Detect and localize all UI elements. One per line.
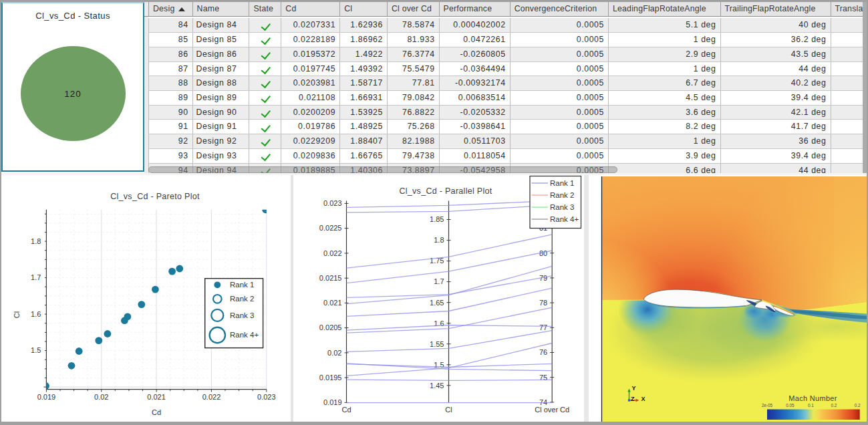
svg-text:77: 77	[539, 323, 547, 331]
svg-text:76: 76	[539, 348, 547, 356]
svg-text:2e-05: 2e-05	[762, 403, 773, 408]
svg-text:Cl: Cl	[445, 406, 452, 414]
svg-text:0.0225: 0.0225	[319, 224, 342, 232]
svg-text:0.023: 0.023	[257, 393, 276, 401]
svg-text:1.8: 1.8	[31, 237, 41, 245]
svg-text:0.022: 0.022	[323, 249, 342, 257]
svg-text:0.02: 0.02	[94, 393, 108, 401]
svg-text:Cl_vs_Cd - Pareto Plot: Cl_vs_Cd - Pareto Plot	[110, 192, 200, 201]
svg-text:X: X	[641, 396, 645, 402]
svg-text:0.021: 0.021	[147, 393, 166, 401]
svg-text:Cl_vs_Cd - Parallel Plot: Cl_vs_Cd - Parallel Plot	[399, 186, 492, 196]
svg-text:1.8: 1.8	[434, 236, 444, 244]
svg-text:Cl: Cl	[13, 311, 21, 318]
svg-text:1.7: 1.7	[434, 277, 444, 285]
svg-text:0.021: 0.021	[323, 299, 342, 307]
svg-text:0.019: 0.019	[323, 398, 342, 406]
svg-text:0.019: 0.019	[37, 393, 56, 401]
svg-text:Rank 2: Rank 2	[550, 191, 574, 199]
svg-text:0.0215: 0.0215	[319, 274, 342, 282]
svg-text:Z: Z	[631, 396, 635, 402]
svg-text:1.7: 1.7	[31, 273, 41, 281]
svg-text:1.45: 1.45	[430, 382, 444, 390]
svg-text:Rank 4+: Rank 4+	[230, 331, 259, 339]
svg-text:0.0205: 0.0205	[319, 323, 342, 331]
svg-text:1.55: 1.55	[430, 340, 444, 348]
svg-text:0.02: 0.02	[327, 349, 341, 357]
svg-text:Y: Y	[632, 385, 636, 392]
svg-text:Rank 3: Rank 3	[550, 203, 574, 211]
svg-text:Rank 1: Rank 1	[550, 179, 574, 187]
svg-text:Rank 1: Rank 1	[230, 281, 254, 289]
svg-text:0.1: 0.1	[808, 403, 814, 408]
svg-text:Rank 2: Rank 2	[230, 295, 254, 303]
svg-text:0.2: 0.2	[855, 403, 861, 408]
svg-text:1.6: 1.6	[31, 310, 41, 318]
svg-text:0.2: 0.2	[831, 403, 837, 408]
svg-text:0.022: 0.022	[202, 393, 221, 401]
svg-text:1.65: 1.65	[430, 299, 444, 307]
svg-text:1.85: 1.85	[430, 215, 444, 223]
svg-text:Rank 4+: Rank 4+	[550, 215, 579, 223]
svg-text:Rank 3: Rank 3	[230, 311, 254, 319]
svg-text:1.5: 1.5	[31, 346, 41, 354]
svg-text:Cd: Cd	[341, 406, 351, 414]
svg-text:0.023: 0.023	[323, 199, 342, 207]
svg-text:Cl over Cd: Cl over Cd	[535, 406, 569, 414]
svg-text:0.05: 0.05	[786, 403, 794, 408]
svg-text:0.0195: 0.0195	[319, 374, 342, 382]
svg-text:78: 78	[539, 299, 547, 307]
svg-text:Cd: Cd	[152, 408, 161, 416]
svg-text:Mach Number: Mach Number	[788, 394, 837, 402]
